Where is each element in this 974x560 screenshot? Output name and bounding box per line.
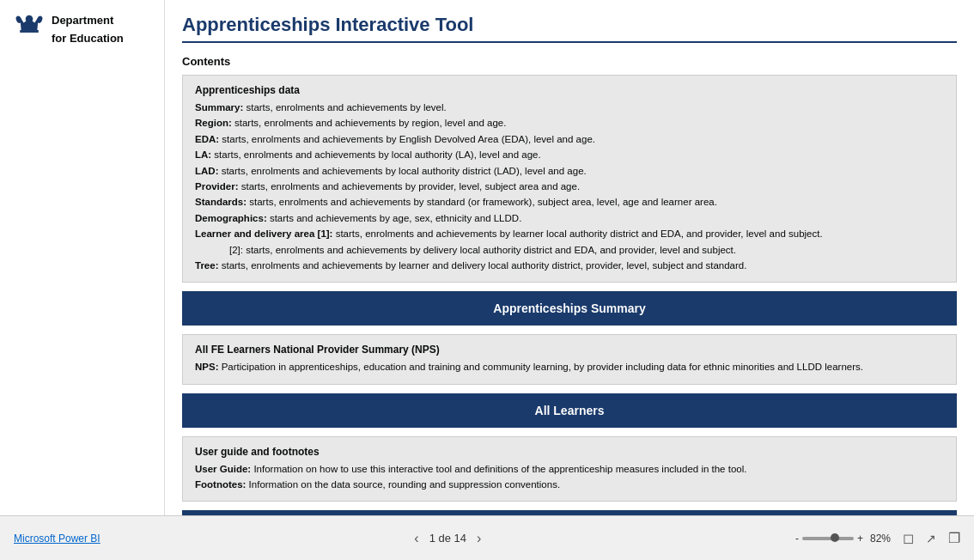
demographics-label: Demographics: [195,213,267,223]
sidebar-title-text: Department for Education [52,10,124,46]
share-icon[interactable]: ↗ [926,532,936,545]
user-guide-label: User Guide: [195,464,251,474]
prev-page-button[interactable]: ‹ [414,531,418,546]
learner-delivery-label: Learner and delivery area [1]: [195,228,332,239]
crown-icon [14,10,45,41]
zoom-slider[interactable] [802,537,854,540]
apprenticeships-data-text: Summary: starts, enrolments and achievem… [195,100,944,273]
nps-text: Participation in apprenticeships, educat… [218,362,862,372]
all-learners-button[interactable]: All Learners [182,393,957,428]
user-guide-text: Information on how to use this interacti… [251,464,746,474]
region-label: Region: [195,118,232,128]
footnotes-label: Footnotes: [195,479,246,490]
eda-label: EDA: [195,134,219,144]
lad-label: LAD: [195,166,218,176]
footnotes-text: Information on the data source, rounding… [246,479,560,490]
provider-label: Provider: [195,181,239,192]
dept-name-line2: for Education [52,32,124,46]
summary-label: Summary: [195,102,243,113]
fullscreen-icon[interactable]: ◻ [903,530,914,546]
learners-section: All FE Learners National Provider Summar… [182,334,957,384]
sidebar: Department for Education [0,0,165,515]
zoom-percent: 82% [870,533,891,545]
tree-label: Tree: [195,260,219,271]
zoom-control: - + 82% [795,533,891,545]
contents-heading: Contents [182,55,957,68]
expand-icon[interactable]: ❐ [948,530,960,546]
guide-section-text: User Guide: Information on how to use th… [195,461,944,493]
apprenticeships-data-title: Apprenticeships data [195,84,944,96]
learners-section-title: All FE Learners National Provider Summar… [195,344,944,356]
bottom-bar: Microsoft Power BI ‹ 1 de 14 › - + 82% ◻… [0,515,974,560]
powerbi-link[interactable]: Microsoft Power BI [14,533,100,545]
sidebar-logo: Department for Education [14,10,124,46]
zoom-minus-button[interactable]: - [795,533,799,545]
apprenticeships-data-section: Apprenticeships data Summary: starts, en… [182,75,957,283]
guide-section: User guide and footnotes User Guide: Inf… [182,436,957,502]
page-title: Apprenticeships Interactive Tool [182,14,957,43]
dept-name-line1: Department [52,14,124,28]
next-page-button[interactable]: › [477,531,481,546]
apprenticeships-summary-button[interactable]: Apprenticeships Summary [182,291,957,326]
content-area: Apprenticeships Interactive Tool Content… [165,0,974,515]
learner-delivery-2: [2]: starts, enrolments and achievements… [195,245,736,255]
zoom-thumb [831,533,839,542]
svg-rect-2 [20,30,39,33]
zoom-plus-button[interactable]: + [857,533,863,545]
nps-label: NPS: [195,362,218,372]
page-indicator: 1 de 14 [429,532,466,545]
la-label: LA: [195,149,211,160]
bottom-bar-right: - + 82% ◻ ↗ ❐ [795,530,960,546]
guide-section-title: User guide and footnotes [195,446,944,458]
page-navigation: ‹ 1 de 14 › [414,531,481,546]
standards-label: Standards: [195,197,247,207]
learners-section-text: NPS: Participation in apprenticeships, e… [195,359,944,374]
